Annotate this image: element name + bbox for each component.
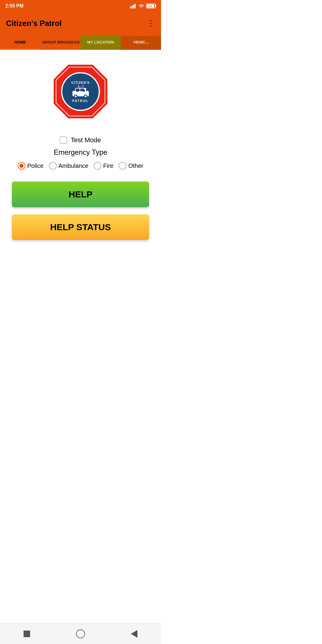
radio-other[interactable]: Other <box>119 162 143 170</box>
battery-icon: 94 <box>146 4 156 8</box>
battery-tip <box>155 5 156 7</box>
app-header: Citizen's Patrol ⋮ <box>0 12 161 36</box>
help-button[interactable]: HELP <box>12 182 149 207</box>
more-options-button[interactable]: ⋮ <box>147 19 155 28</box>
tab-my-location[interactable]: MY LOCATION <box>80 36 121 50</box>
svg-rect-1 <box>131 6 133 8</box>
signal-icon <box>130 4 137 8</box>
svg-rect-3 <box>134 4 136 8</box>
svg-rect-14 <box>78 86 80 88</box>
logo-octagon: CITIZEN'S <box>51 62 110 121</box>
car-icon <box>71 85 90 98</box>
logo-container: CITIZEN'S <box>51 62 110 121</box>
tab-home[interactable]: HOME <box>0 36 40 50</box>
status-icons: 94 <box>130 4 156 8</box>
radio-label-police: Police <box>27 162 43 169</box>
nav-tabs: HOME GROUP BROADCAST MY LOCATION VEHIC..… <box>0 36 161 50</box>
radio-label-other: Other <box>128 162 143 169</box>
battery-fill: 94 <box>147 4 154 7</box>
emergency-type-label: Emergency Type <box>54 148 107 157</box>
svg-line-17 <box>82 85 83 86</box>
wifi-icon <box>138 4 144 8</box>
emergency-type-radio-group: Police Ambulance Fire Other <box>18 162 143 170</box>
svg-point-11 <box>85 95 86 97</box>
radio-label-fire: Fire <box>103 162 113 169</box>
test-mode-checkbox[interactable] <box>60 137 67 144</box>
logo-text-top: CITIZEN'S <box>71 81 90 84</box>
svg-line-16 <box>78 85 79 86</box>
radio-circle-other[interactable] <box>119 162 126 170</box>
battery-container: 94 <box>146 4 156 8</box>
svg-rect-15 <box>81 86 84 88</box>
radio-circle-police[interactable] <box>18 162 25 170</box>
tab-vehicles[interactable]: VEHIC... <box>121 36 161 50</box>
test-mode-label: Test Mode <box>71 136 101 144</box>
tab-group-broadcast[interactable]: GROUP BROADCAST <box>40 36 80 50</box>
status-time: 2:55 PM <box>5 3 23 9</box>
radio-circle-fire[interactable] <box>94 162 101 170</box>
logo-text-bottom: PATROL <box>72 99 89 103</box>
help-status-button[interactable]: HELP STATUS <box>12 214 149 240</box>
radio-fire[interactable]: Fire <box>94 162 113 170</box>
main-content: CITIZEN'S <box>0 50 161 249</box>
battery-percent: 94 <box>149 5 152 7</box>
radio-circle-ambulance[interactable] <box>49 162 57 170</box>
radio-ambulance[interactable]: Ambulance <box>49 162 88 170</box>
app-title: Citizen's Patrol <box>6 19 62 28</box>
test-mode-row: Test Mode <box>60 136 101 144</box>
radio-police[interactable]: Police <box>18 162 43 170</box>
radio-label-ambulance: Ambulance <box>58 162 88 169</box>
svg-rect-0 <box>130 7 131 8</box>
status-bar: 2:55 PM 94 <box>0 0 161 12</box>
svg-point-18 <box>76 89 79 92</box>
svg-rect-2 <box>133 5 134 8</box>
svg-point-19 <box>83 89 85 92</box>
radio-inner-police <box>19 164 24 168</box>
logo-inner-circle: CITIZEN'S <box>61 72 100 111</box>
svg-point-9 <box>75 95 77 97</box>
